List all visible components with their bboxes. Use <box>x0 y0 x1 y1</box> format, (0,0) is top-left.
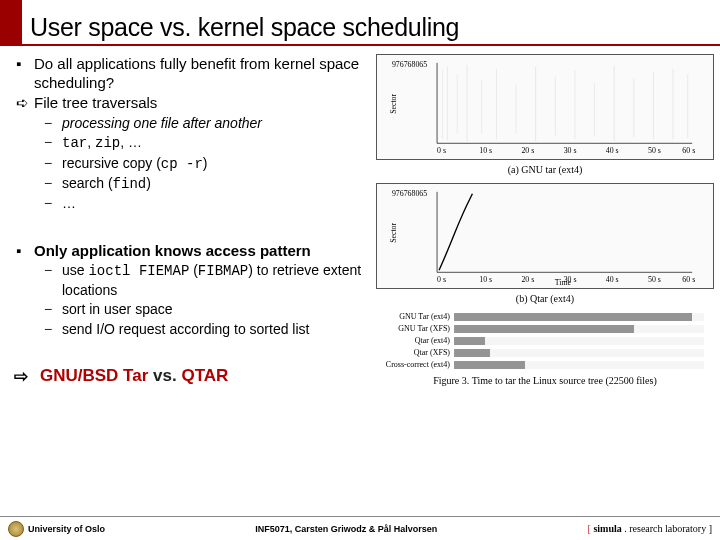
svg-rect-16 <box>673 69 674 140</box>
txt: ) <box>146 175 151 191</box>
chart-b-caption: (b) Qtar (ext4) <box>376 293 714 304</box>
bullet-square-icon: ▪ <box>10 54 34 73</box>
bar-fill <box>455 361 525 369</box>
sub-ioctl: − use ioctl FIEMAP (FIBMAP) to retrieve … <box>10 261 372 299</box>
svg-text:10 s: 10 s <box>479 275 492 284</box>
bar-row: Qtar (ext4) <box>376 336 704 345</box>
chart-a-gnu-tar: 976768065 Sector 0 s10 s20 s 3 <box>376 54 714 160</box>
svg-rect-17 <box>687 75 688 139</box>
bar-row: GNU Tar (ext4) <box>376 312 704 321</box>
bar-row: GNU Tar (XFS) <box>376 324 704 333</box>
sub-text: processing one file after another <box>62 114 372 132</box>
svg-text:60 s: 60 s <box>682 146 695 155</box>
sub-text: send I/O request according to sorted lis… <box>62 320 372 338</box>
svg-text:10 s: 10 s <box>479 146 492 155</box>
red-qtar: QTAR <box>177 366 229 385</box>
code-fiemap: ioctl FIEMAP <box>88 263 189 279</box>
xticks-a: 0 s10 s20 s 30 s40 s50 s60 s <box>437 146 695 155</box>
simula-word: simula <box>593 523 621 534</box>
uio-seal-icon <box>8 521 24 537</box>
bar-row: Cross-correct (ext4) <box>376 360 704 369</box>
bar-label: Qtar (XFS) <box>376 348 454 357</box>
dash-icon: − <box>44 154 62 172</box>
svg-rect-7 <box>496 69 497 140</box>
sub-text: use ioctl FIEMAP (FIBMAP) to retrieve ex… <box>62 261 372 299</box>
bar-track <box>454 313 704 321</box>
bullet-filetree: ➪ File tree traversals <box>10 93 372 112</box>
svg-rect-12 <box>594 82 595 136</box>
sub-tarzip: − tar, zip, … <box>10 133 372 152</box>
right-column: 976768065 Sector 0 s10 s20 s 3 <box>376 54 720 387</box>
arrow-icon: ➪ <box>10 93 34 112</box>
bullet-square-icon: ▪ <box>10 241 34 260</box>
chart-b-qtar: 976768065 Sector 0 s10 s20 s 30 s40 s50 … <box>376 183 714 289</box>
sub-ellipsis: − … <box>10 194 372 212</box>
sub-text: recursive copy (cp -r) <box>62 154 372 173</box>
ylabel-a: Sector <box>389 93 398 113</box>
scatter-points <box>442 65 688 142</box>
dash-icon: − <box>44 114 62 132</box>
svg-rect-10 <box>555 77 556 136</box>
bullet-group-1: ▪ Do all applications fully benefit from… <box>10 54 372 213</box>
svg-text:40 s: 40 s <box>606 275 619 284</box>
txt: ( <box>189 262 198 278</box>
sub-send: − send I/O request according to sorted l… <box>10 320 372 338</box>
ytick-a: 976768065 <box>392 60 427 69</box>
qtar-curve <box>439 194 472 271</box>
svg-text:0 s: 0 s <box>437 146 446 155</box>
footer-course: INF5071, Carsten Griwodz & Pål Halvorsen <box>255 524 437 534</box>
svg-text:60 s: 60 s <box>682 275 695 284</box>
dash-icon: − <box>44 174 62 192</box>
dash-icon: − <box>44 133 62 151</box>
bar-track <box>454 325 704 333</box>
title-accent <box>0 0 22 44</box>
bar-label: Qtar (ext4) <box>376 336 454 345</box>
code-fibmap: FIBMAP <box>198 263 248 279</box>
sub-find: − search (find) <box>10 174 372 193</box>
txt: recursive copy ( <box>62 155 161 171</box>
bar-row: Qtar (XFS) <box>376 348 704 357</box>
bar-track <box>454 361 704 369</box>
arrow-right-icon: ⇨ <box>14 366 40 387</box>
content-area: ▪ Do all applications fully benefit from… <box>0 46 720 387</box>
sub-processing: − processing one file after another <box>10 114 372 132</box>
svg-rect-2 <box>442 70 443 139</box>
bar-track <box>454 337 704 345</box>
bar-label: Cross-correct (ext4) <box>376 360 454 369</box>
conclusion-row: ⇨ GNU/BSD Tar vs. QTAR <box>10 366 372 387</box>
slide-title: User space vs. kernel space scheduling <box>30 13 459 44</box>
footer-left: University of Oslo <box>8 521 105 537</box>
code-find: find <box>113 176 147 192</box>
dash-icon: − <box>44 194 62 212</box>
bar-fill <box>455 313 692 321</box>
code-cp: cp -r <box>161 156 203 172</box>
ylabel-b: Sector <box>389 222 398 242</box>
txt: search ( <box>62 175 113 191</box>
svg-text:20 s: 20 s <box>521 146 534 155</box>
chart-a-caption: (a) GNU tar (ext4) <box>376 164 714 175</box>
sub-sort: − sort in user space <box>10 300 372 318</box>
code-zip: zip <box>95 135 120 151</box>
bullet-text: Only application knows access pattern <box>34 241 372 260</box>
figure3-caption: Figure 3. Time to tar the Linux source t… <box>376 375 714 386</box>
svg-text:30 s: 30 s <box>564 146 577 155</box>
bar-fill <box>455 349 490 357</box>
bar-fill <box>455 325 634 333</box>
bar-label: GNU Tar (ext4) <box>376 312 454 321</box>
code-tar: tar <box>62 135 87 151</box>
red-tar: GNU/BSD Tar <box>40 366 153 385</box>
bullet-onlyapp: ▪ Only application knows access pattern <box>10 241 372 260</box>
sub-text: … <box>62 194 372 212</box>
svg-rect-15 <box>653 73 654 140</box>
dash-icon: − <box>44 261 62 279</box>
bar-track <box>454 349 704 357</box>
svg-text:0 s: 0 s <box>437 275 446 284</box>
svg-rect-4 <box>457 75 458 134</box>
dash-icon: − <box>44 320 62 338</box>
left-column: ▪ Do all applications fully benefit from… <box>0 54 376 387</box>
svg-text:50 s: 50 s <box>648 146 661 155</box>
svg-rect-3 <box>447 67 448 141</box>
svg-text:40 s: 40 s <box>606 146 619 155</box>
sub-text: tar, zip, … <box>62 133 372 152</box>
etc: , … <box>120 134 142 150</box>
